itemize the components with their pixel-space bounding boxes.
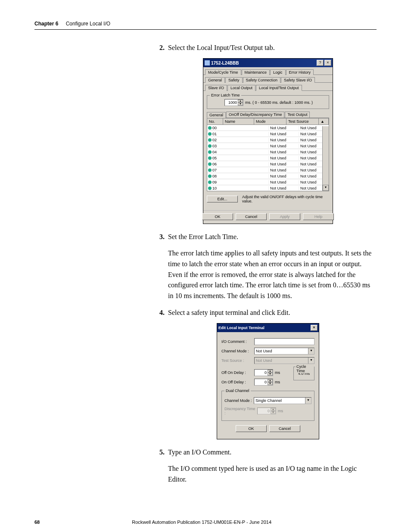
window-icon [205, 60, 210, 65]
apply-button[interactable]: Apply [269, 213, 300, 220]
error-latch-spinner[interactable]: ▲ ▼ [224, 99, 243, 106]
scroll-up-icon[interactable]: ▲ [319, 118, 329, 124]
page-number: 68 [34, 520, 40, 525]
status-dot-icon [208, 187, 212, 190]
close-icon[interactable]: × [311, 325, 318, 331]
table-row[interactable]: 04Not UsedNot Used [207, 149, 329, 155]
dc-mode-select[interactable]: ▼ [254, 397, 311, 404]
help-button[interactable]: Help [303, 213, 334, 220]
tab-safety-connection[interactable]: Safety Connection [243, 77, 281, 83]
window-title: 1752-L24BBB [211, 61, 317, 65]
table-row[interactable]: 05Not UsedNot Used [207, 155, 329, 161]
tab-safety-slave-io[interactable]: Safety Slave I/O [281, 77, 315, 83]
table-row[interactable]: 02Not UsedNot Used [207, 137, 329, 143]
dialog-buttons: OK Cancel Apply Help [203, 210, 333, 224]
tab-safety[interactable]: Safety [225, 77, 243, 83]
edit-button[interactable]: Edit... [207, 196, 238, 202]
step-text: Select the Local Input/Test Output tab. [168, 43, 377, 53]
table-row[interactable]: 08Not UsedNot Used [207, 173, 329, 179]
cycle-time-title: Cycle Time [296, 364, 314, 373]
on-off-delay-label: On Off Delay : [221, 380, 252, 384]
step-4: 4. Select a safety input terminal and cl… [159, 308, 377, 318]
step-num: 3. [159, 232, 168, 242]
subtab-onoff-delay[interactable]: OnOff Delay/Discrepancy Time [226, 112, 284, 118]
status-dot-icon [208, 144, 212, 148]
chapter-title: Configure Local I/O [66, 21, 110, 27]
tab-mode-cycle[interactable]: Mode/Cycle Time [205, 69, 241, 75]
titlebar[interactable]: 1752-L24BBB ? × [203, 59, 333, 67]
scrollbar[interactable]: ▼ [322, 126, 329, 191]
ok-button[interactable]: OK [202, 213, 233, 220]
tabs-row-3: Slave I/O Local Output Local Input/Test … [203, 84, 333, 91]
off-on-delay-spinner[interactable]: ▲▼ [254, 369, 273, 376]
titlebar[interactable]: Edit Local Input Terminal × [217, 324, 319, 332]
adjust-hint: Adjust the valid ON/OFF delays with cycl… [242, 195, 329, 203]
scroll-down-icon[interactable]: ▼ [323, 185, 329, 191]
tab-general[interactable]: General [205, 77, 225, 83]
tab-maintenance[interactable]: Maintenance [242, 69, 270, 75]
chevron-down-icon[interactable]: ▼ [308, 348, 314, 354]
table-row[interactable]: 09Not UsedNot Used [207, 179, 329, 185]
subtab-general[interactable]: General [207, 112, 226, 118]
cycle-time-group: Cycle Time 4.0 ms [293, 367, 314, 380]
step-text: Type an I/O Comment. [168, 447, 377, 457]
step-num: 2. [159, 43, 168, 53]
chevron-down-icon[interactable]: ▼ [305, 398, 311, 404]
tab-error-history[interactable]: Error History [286, 69, 314, 75]
subtabs: General OnOff Delay/Discrepancy Time Tes… [207, 112, 329, 118]
chapter-label: Chapter 6 [34, 21, 58, 27]
subtab-test-output[interactable]: Test Output [285, 112, 310, 118]
dc-mode-label: Channel Mode : [224, 398, 252, 403]
spin-down-icon[interactable]: ▼ [238, 103, 243, 106]
table-row[interactable]: 06Not UsedNot Used [207, 161, 329, 167]
spin-up-icon[interactable]: ▲ [268, 370, 273, 373]
io-comment-input[interactable] [254, 338, 314, 345]
cancel-button[interactable]: Cancel [236, 213, 267, 220]
status-dot-icon [208, 162, 212, 166]
status-dot-icon [208, 150, 212, 154]
dual-channel-title: Dual Channel [224, 389, 251, 393]
publication-id: Rockwell Automation Publication 1752-UM0… [132, 520, 271, 525]
io-grid[interactable]: No. Name Mode Test Source ▲ 00Not UsedNo… [207, 118, 329, 191]
window-title: Edit Local Input Terminal [218, 326, 311, 330]
col-no[interactable]: No. [207, 118, 223, 124]
tab-local-input-test-output[interactable]: Local Input/Test Output [256, 85, 302, 91]
help-icon[interactable]: ? [317, 60, 324, 66]
tabs-row-1: Mode/Cycle Time Maintenance Logic Error … [203, 69, 333, 75]
table-row[interactable]: 10Not UsedNot Used [207, 185, 329, 191]
cancel-button[interactable]: Cancel [269, 425, 300, 432]
spin-down-icon[interactable]: ▼ [268, 382, 273, 385]
status-dot-icon [208, 180, 212, 184]
tab-logic[interactable]: Logic [270, 69, 286, 75]
channel-mode-select[interactable]: ▼ [254, 348, 314, 355]
test-source-label: Test Source : [221, 358, 252, 363]
step-2: 2. Select the Local Input/Test Output ta… [159, 43, 377, 53]
close-icon[interactable]: × [324, 60, 331, 66]
ok-button[interactable]: OK [236, 425, 267, 432]
col-test-source[interactable]: Test Source [286, 118, 319, 124]
grid-header: No. Name Mode Test Source ▲ [207, 118, 329, 125]
table-row[interactable]: 00Not UsedNot Used [207, 125, 329, 131]
status-dot-icon [208, 126, 212, 130]
tab-local-output[interactable]: Local Output [227, 85, 255, 91]
status-dot-icon [208, 156, 212, 160]
table-row[interactable]: 01Not UsedNot Used [207, 131, 329, 137]
spin-up-icon[interactable]: ▲ [268, 379, 273, 382]
col-mode[interactable]: Mode [254, 118, 286, 124]
spin-down-icon[interactable]: ▼ [268, 373, 273, 376]
test-source-select: ▼ [254, 357, 314, 364]
step-num: 5. [159, 447, 168, 457]
spin-up-icon[interactable]: ▲ [238, 100, 243, 103]
table-row[interactable]: 07Not UsedNot Used [207, 167, 329, 173]
on-off-delay-spinner[interactable]: ▲▼ [254, 379, 273, 386]
step-5: 5. Type an I/O Comment. [159, 447, 377, 457]
error-latch-input[interactable] [225, 100, 238, 106]
para-error-latch: The error latch time applies to all safe… [168, 248, 377, 302]
ms-unit: ms [278, 409, 283, 413]
table-row[interactable]: 03Not UsedNot Used [207, 143, 329, 149]
tab-slave-io[interactable]: Slave I/O [205, 85, 227, 91]
col-name[interactable]: Name [223, 118, 254, 124]
discrepancy-label: Discrepancy Time : [224, 407, 255, 415]
io-config-dialog: 1752-L24BBB ? × Mode/Cycle Time Maintena… [203, 58, 333, 224]
ms-unit: ms [275, 370, 280, 375]
